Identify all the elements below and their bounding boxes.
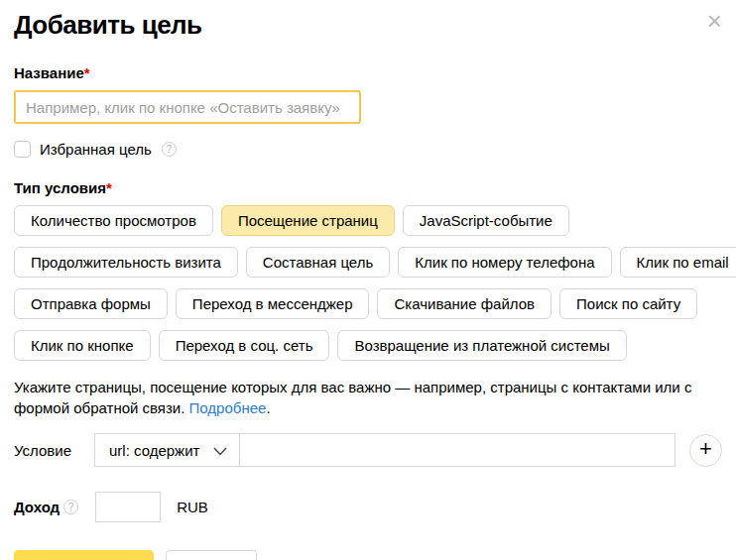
condition-type-chip[interactable]: Продолжительность визита: [14, 247, 238, 278]
favorite-goal-row: Избранная цель ?: [14, 141, 722, 158]
condition-type-row: Продолжительность визитаСоставная цельКл…: [14, 247, 722, 278]
condition-type-chip[interactable]: Переход в соц. сеть: [159, 330, 330, 361]
condition-type-row: Клик по кнопкеПереход в соц. сетьВозвращ…: [14, 330, 722, 361]
condition-type-chip[interactable]: Клик по кнопке: [14, 330, 151, 361]
condition-type-chip[interactable]: Количество просмотров: [14, 205, 213, 236]
condition-operator-select[interactable]: url: содержит: [94, 433, 240, 467]
name-field-label: Название*: [14, 64, 722, 81]
plus-icon: +: [699, 438, 712, 460]
condition-type-row: Отправка формыПереход в мессенджерСкачив…: [14, 288, 722, 319]
condition-type-chip[interactable]: Клик по email: [620, 247, 736, 278]
condition-type-chip[interactable]: Возвращение из платежной системы: [337, 330, 626, 361]
condition-operator-value: url: содержит: [109, 442, 199, 459]
favorite-goal-checkbox[interactable]: [14, 141, 31, 158]
condition-type-chip[interactable]: Поиск по сайту: [559, 288, 697, 319]
condition-type-chip[interactable]: Посещение страниц: [221, 205, 395, 236]
condition-type-chip[interactable]: Переход в мессенджер: [176, 288, 370, 319]
condition-type-rows: Количество просмотровПосещение страницJa…: [14, 205, 722, 361]
condition-type-chip[interactable]: Отправка формы: [14, 288, 168, 319]
condition-type-chip[interactable]: Скачивание файлов: [377, 288, 552, 319]
condition-row: Условие url: содержит +: [14, 433, 722, 467]
add-condition-button[interactable]: +: [689, 434, 722, 467]
condition-type-chip[interactable]: JavaScript-событие: [403, 205, 569, 236]
add-goal-dialog: × Добавить цель Название* Избранная цель…: [0, 0, 736, 560]
condition-type-section: Тип условия* Количество просмотровПосеще…: [14, 179, 722, 361]
close-icon[interactable]: ×: [707, 10, 722, 32]
description-text: Укажите страницы, посещение которых для …: [14, 378, 722, 418]
goal-name-input[interactable]: [14, 90, 361, 124]
condition-type-chip[interactable]: Составная цель: [246, 247, 390, 278]
condition-label: Условие: [14, 442, 94, 459]
revenue-label: Доход: [14, 499, 60, 515]
add-goal-submit-button[interactable]: Добавить цель: [14, 550, 154, 560]
description-after-link: .: [266, 399, 270, 416]
description-before-link: Укажите страницы, посещение которых для …: [14, 379, 691, 416]
favorite-help-icon[interactable]: ?: [162, 142, 177, 157]
learn-more-link[interactable]: Подробнее: [189, 399, 267, 416]
condition-type-chip[interactable]: Клик по номеру телефона: [398, 247, 611, 278]
revenue-help-icon[interactable]: ?: [63, 500, 78, 514]
revenue-input[interactable]: [95, 492, 161, 522]
condition-type-label-text: Тип условия: [14, 179, 106, 196]
name-label-text: Название: [14, 64, 84, 81]
condition-type-row: Количество просмотровПосещение страницJa…: [14, 205, 722, 236]
revenue-row: Доход ? RUB: [14, 492, 722, 522]
condition-url-input[interactable]: [240, 433, 675, 467]
dialog-title: Добавить цель: [14, 10, 722, 41]
cancel-button[interactable]: Отмена: [166, 550, 257, 560]
chevron-down-icon: [213, 447, 227, 456]
dialog-actions: Добавить цель Отмена: [14, 550, 722, 560]
condition-type-label: Тип условия*: [14, 179, 722, 196]
required-asterisk: *: [84, 64, 90, 81]
currency-label: RUB: [177, 499, 208, 515]
favorite-goal-label: Избранная цель: [40, 141, 152, 158]
required-asterisk: *: [106, 179, 112, 196]
